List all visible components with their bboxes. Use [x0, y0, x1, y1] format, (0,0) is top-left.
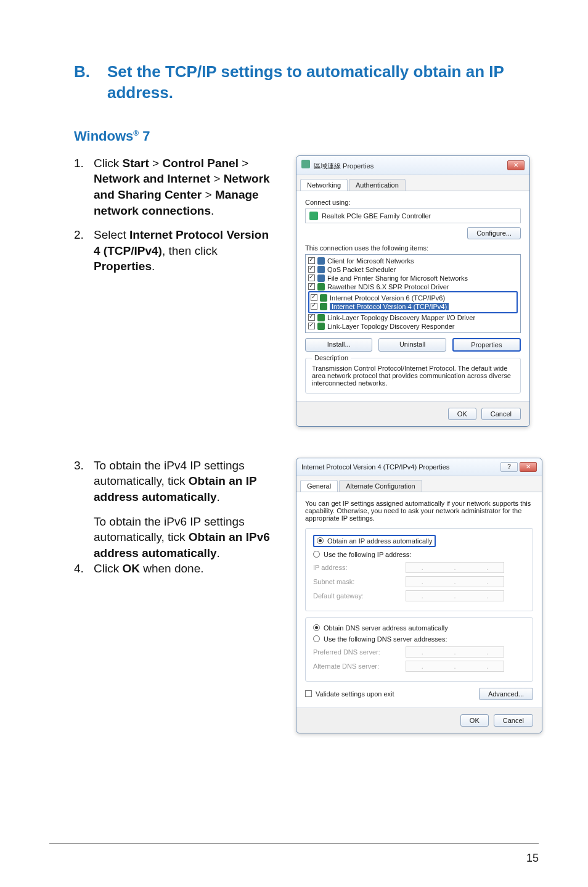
- default-gateway-field: Default gateway: ...: [313, 590, 525, 601]
- advanced-button[interactable]: Advanced...: [479, 688, 533, 700]
- obtain-ip-auto-radio[interactable]: Obtain an IP address automatically: [313, 535, 436, 547]
- protocol-icon: [317, 283, 325, 291]
- ip-group: Obtain an IP address automatically Use t…: [305, 528, 533, 611]
- dns-group: Obtain DNS server address automatically …: [305, 617, 533, 682]
- checkbox-icon[interactable]: [308, 257, 315, 264]
- checkbox-icon[interactable]: [308, 266, 315, 273]
- subnet-mask-field: Subnet mask: ...: [313, 576, 525, 587]
- install-button[interactable]: Install...: [305, 338, 372, 352]
- cancel-button[interactable]: Cancel: [481, 408, 521, 420]
- service-icon: [317, 266, 325, 273]
- step-3: 3. To obtain the iPv4 IP settings automa…: [74, 458, 277, 505]
- protocol-icon: [317, 314, 325, 321]
- list-item[interactable]: Internet Protocol Version 6 (TCP/IPv6): [311, 294, 515, 302]
- radio-icon[interactable]: [313, 551, 320, 558]
- validate-checkbox[interactable]: Validate settings upon exit: [305, 690, 394, 698]
- list-item-ipv4[interactable]: Internet Protocol Version 4 (TCP/IPv4): [311, 302, 515, 311]
- list-item[interactable]: Link-Layer Topology Discovery Mapper I/O…: [308, 313, 518, 322]
- checkbox-icon[interactable]: [308, 274, 315, 281]
- adapter-box: Realtek PCIe GBE Family Controller: [305, 208, 521, 223]
- tab-general[interactable]: General: [300, 480, 338, 492]
- step-3b: To obtain the iPv6 IP settings automatic…: [94, 514, 277, 561]
- list-item[interactable]: Client for Microsoft Networks: [308, 257, 518, 265]
- section-letter: B.: [74, 62, 90, 104]
- step-4: 4. Click OK when done.: [74, 561, 277, 577]
- protocol-icon: [317, 323, 325, 330]
- help-icon[interactable]: ?: [500, 462, 518, 472]
- page-number: 15: [526, 852, 539, 865]
- adapter-name: Realtek PCIe GBE Family Controller: [322, 212, 431, 220]
- list-item[interactable]: Link-Layer Topology Discovery Responder: [308, 322, 518, 331]
- cancel-button[interactable]: Cancel: [494, 714, 533, 727]
- properties-button[interactable]: Properties: [452, 338, 521, 352]
- service-icon: [317, 257, 325, 265]
- tab-networking[interactable]: Networking: [300, 179, 348, 191]
- tab-authentication[interactable]: Authentication: [349, 179, 406, 191]
- checkbox-icon[interactable]: [308, 323, 315, 329]
- description-group: Description Transmission Control Protoco…: [305, 358, 521, 394]
- preferred-dns-field: Preferred DNS server: ...: [313, 646, 525, 658]
- network-items-listbox[interactable]: Client for Microsoft Networks QoS Packet…: [305, 254, 521, 333]
- use-following-ip-radio[interactable]: Use the following IP address:: [313, 551, 525, 558]
- ipv4-properties-dialog: Internet Protocol Version 4 (TCP/IPv4) P…: [296, 458, 542, 733]
- ok-button[interactable]: OK: [448, 408, 476, 420]
- radio-icon[interactable]: [313, 635, 320, 642]
- section-title: Set the TCP/IP settings to automatically…: [107, 62, 539, 104]
- uninstall-button[interactable]: Uninstall: [378, 338, 446, 352]
- obtain-dns-auto-radio[interactable]: Obtain DNS server address automatically: [313, 624, 525, 632]
- protocol-icon: [320, 303, 327, 310]
- connect-using-label: Connect using:: [305, 199, 521, 206]
- dialog-titlebar: Internet Protocol Version 4 (TCP/IPv4) P…: [296, 458, 542, 476]
- dialog-title: Internet Protocol Version 4 (TCP/IPv4) P…: [301, 463, 449, 471]
- list-item[interactable]: File and Printer Sharing for Microsoft N…: [308, 274, 518, 283]
- network-icon: [301, 160, 310, 168]
- radio-icon[interactable]: [317, 537, 324, 544]
- step-2: 2. Select Internet Protocol Version 4 (T…: [74, 227, 277, 274]
- protocol-icon: [320, 294, 327, 302]
- ok-button[interactable]: OK: [460, 714, 489, 727]
- adapter-icon: [309, 212, 318, 220]
- footer-divider: [49, 843, 539, 844]
- dialog-title: 區域連線 Properties: [314, 162, 374, 170]
- list-item[interactable]: QoS Packet Scheduler: [308, 265, 518, 274]
- configure-button[interactable]: Configure...: [467, 227, 521, 239]
- checkbox-icon[interactable]: [308, 314, 315, 321]
- ip-address-field: IP address: ...: [313, 562, 525, 573]
- radio-icon[interactable]: [313, 624, 320, 631]
- alternate-dns-field: Alternate DNS server: ...: [313, 661, 525, 672]
- intro-text: You can get IP settings assigned automat…: [305, 500, 533, 522]
- list-item[interactable]: Rawether NDIS 6.X SPR Protocol Driver: [308, 283, 518, 291]
- checkbox-icon[interactable]: [305, 690, 312, 697]
- checkbox-icon[interactable]: [308, 283, 315, 290]
- service-icon: [317, 274, 325, 282]
- close-icon[interactable]: ✕: [507, 160, 525, 170]
- items-label: This connection uses the following items…: [305, 244, 521, 252]
- step-1: 1. Click Start > Control Panel > Network…: [74, 155, 277, 219]
- subheading-windows7: Windows® 7: [74, 128, 539, 144]
- connection-properties-dialog: 區域連線 Properties ✕ Networking Authenticat…: [296, 155, 530, 427]
- use-following-dns-radio[interactable]: Use the following DNS server addresses:: [313, 635, 525, 643]
- checkbox-icon[interactable]: [311, 294, 317, 301]
- section-heading: B. Set the TCP/IP settings to automatica…: [74, 62, 539, 104]
- close-icon[interactable]: ✕: [520, 462, 537, 472]
- tab-alternate-configuration[interactable]: Alternate Configuration: [339, 480, 422, 492]
- checkbox-icon[interactable]: [311, 303, 317, 310]
- dialog-titlebar: 區域連線 Properties ✕: [296, 156, 529, 175]
- description-text: Transmission Control Protocol/Internet P…: [312, 365, 514, 387]
